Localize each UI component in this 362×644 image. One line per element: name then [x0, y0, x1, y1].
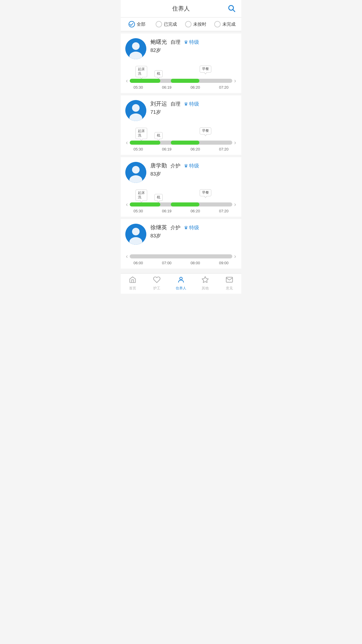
- nav-resident-label: 住养人: [176, 286, 186, 291]
- timeline-area: 起床洗 梳 早餐 ‹ › 05:30 06:19 06:20 07:20: [125, 123, 237, 151]
- time-3: 06:20: [191, 209, 200, 213]
- person-age: 71岁: [150, 109, 237, 116]
- person-details: 刘开运 自理 ♛ 特级 71岁: [150, 100, 237, 116]
- time-3: 06:20: [191, 147, 200, 151]
- time-4: 07:20: [219, 147, 229, 151]
- person-name: 鲍曙光: [150, 38, 167, 46]
- timeline-track: [130, 79, 233, 83]
- timeline-next[interactable]: ›: [233, 77, 237, 84]
- timeline-with-arrows: ‹ ›: [125, 253, 237, 260]
- timeline-segment: [171, 79, 200, 83]
- search-button[interactable]: [227, 4, 236, 13]
- timeline-track: [130, 202, 233, 206]
- person-card[interactable]: 刘开运 自理 ♛ 特级 71岁 起床洗 梳 早餐 ‹: [121, 95, 241, 155]
- task-tag-shu: 梳: [154, 132, 163, 139]
- svg-point-3: [132, 42, 140, 50]
- time-3: 06:20: [191, 85, 200, 90]
- avatar: [125, 162, 146, 183]
- task-tag-meal: 早餐: [200, 189, 211, 196]
- avatar: [125, 224, 146, 245]
- filter-late-radio: [185, 21, 191, 27]
- person-level: ♛ 特级: [184, 101, 199, 107]
- filter-all-radio: [129, 21, 135, 27]
- timeline-next[interactable]: ›: [233, 139, 237, 146]
- filter-late[interactable]: 未按时: [182, 21, 209, 27]
- home-icon: [129, 276, 136, 285]
- filter-all[interactable]: 全部: [124, 21, 151, 27]
- crown-icon: ♛: [184, 225, 188, 230]
- star-icon: [201, 276, 209, 285]
- crown-icon: ♛: [184, 163, 188, 169]
- timeline-prev[interactable]: ‹: [125, 139, 129, 146]
- task-tag-shu: 梳: [154, 194, 163, 201]
- nav-other-label: 其他: [202, 286, 209, 291]
- timeline-segment: [130, 202, 161, 206]
- person-card[interactable]: 唐学勤 介护 ♛ 特级 83岁 起床洗 梳 早餐 ‹: [121, 157, 241, 217]
- filter-done[interactable]: 已完成: [153, 21, 180, 27]
- nav-nurse[interactable]: 护工: [145, 276, 169, 291]
- person-name: 刘开运: [150, 100, 167, 108]
- time-1: 05:30: [133, 209, 143, 213]
- timeline-next[interactable]: ›: [233, 253, 237, 260]
- timeline-prev[interactable]: ‹: [125, 77, 129, 84]
- nav-other[interactable]: 其他: [193, 276, 217, 291]
- task-tag-meal: 早餐: [200, 66, 211, 73]
- person-details: 鲍曙光 自理 ♛ 特级 82岁: [150, 38, 237, 54]
- nav-feedback-label: 意见: [226, 286, 233, 291]
- timeline-track: [130, 141, 233, 145]
- time-2: 06:19: [162, 147, 172, 151]
- timeline-area: 起床洗 梳 早餐 ‹ › 05:30 06:19 06:20 07:20: [125, 62, 237, 90]
- person-level: ♛ 特级: [184, 162, 199, 169]
- person-name-row: 唐学勤 介护 ♛ 特级: [150, 162, 237, 169]
- timeline-prev[interactable]: ‹: [125, 253, 129, 260]
- filter-undone-label: 未完成: [222, 22, 236, 27]
- person-card[interactable]: 徐继英 介护 ♛ 特级 83岁 ‹ › 06:00: [121, 219, 241, 269]
- timeline-segment: [130, 79, 161, 83]
- crown-icon: ♛: [184, 101, 188, 107]
- nav-resident[interactable]: 住养人: [169, 276, 193, 291]
- filter-all-label: 全部: [137, 22, 145, 27]
- crown-icon: ♛: [184, 39, 188, 45]
- nav-nurse-label: 护工: [153, 286, 160, 291]
- person-type: 介护: [171, 162, 180, 169]
- nav-feedback[interactable]: 意见: [217, 276, 241, 291]
- nav-home[interactable]: 首页: [121, 276, 145, 291]
- time-2: 06:19: [162, 209, 172, 213]
- timeline-prev[interactable]: ‹: [125, 201, 129, 208]
- person-card[interactable]: 鲍曙光 自理 ♛ 特级 82岁 起床洗 梳 早餐 ‹: [121, 34, 241, 93]
- timeline-track: [130, 254, 233, 258]
- timeline-segment: [130, 141, 161, 145]
- person-name: 唐学勤: [150, 162, 167, 169]
- person-info: 鲍曙光 自理 ♛ 特级 82岁: [125, 38, 237, 59]
- person-name: 徐继英: [150, 224, 167, 231]
- time-4: 07:20: [219, 209, 229, 213]
- svg-point-14: [180, 277, 182, 280]
- svg-marker-15: [202, 276, 208, 283]
- person-type: 介护: [171, 224, 180, 231]
- person-details: 唐学勤 介护 ♛ 特级 83岁: [150, 162, 237, 177]
- task-tag-qichuang: 起床洗: [136, 66, 147, 77]
- person-name-row: 鲍曙光 自理 ♛ 特级: [150, 38, 237, 46]
- person-icon: [177, 276, 185, 285]
- person-age: 83岁: [150, 171, 237, 177]
- timeline-area: 起床洗 梳 早餐 ‹ › 05:30 06:19 06:20 07:20: [125, 185, 237, 213]
- time-3: 08:00: [191, 261, 200, 265]
- mail-icon: [226, 276, 233, 285]
- content-area: 鲍曙光 自理 ♛ 特级 82岁 起床洗 梳 早餐 ‹: [121, 31, 241, 273]
- time-4: 07:20: [219, 85, 229, 90]
- avatar: [125, 38, 146, 59]
- time-4: 09:00: [219, 261, 229, 265]
- filter-undone[interactable]: 未完成: [212, 21, 239, 27]
- timeline-times: 05:30 06:19 06:20 07:20: [125, 85, 237, 90]
- person-info: 徐继英 介护 ♛ 特级 83岁: [125, 224, 237, 245]
- svg-line-1: [233, 10, 235, 11]
- svg-point-9: [132, 166, 140, 174]
- svg-point-6: [132, 104, 140, 112]
- person-details: 徐继英 介护 ♛ 特级 83岁: [150, 224, 237, 239]
- page-title: 住养人: [172, 5, 190, 13]
- person-name-row: 刘开运 自理 ♛ 特级: [150, 100, 237, 108]
- svg-point-12: [132, 228, 140, 235]
- filter-done-label: 已完成: [164, 22, 177, 27]
- timeline-next[interactable]: ›: [233, 201, 237, 208]
- time-1: 05:30: [133, 147, 143, 151]
